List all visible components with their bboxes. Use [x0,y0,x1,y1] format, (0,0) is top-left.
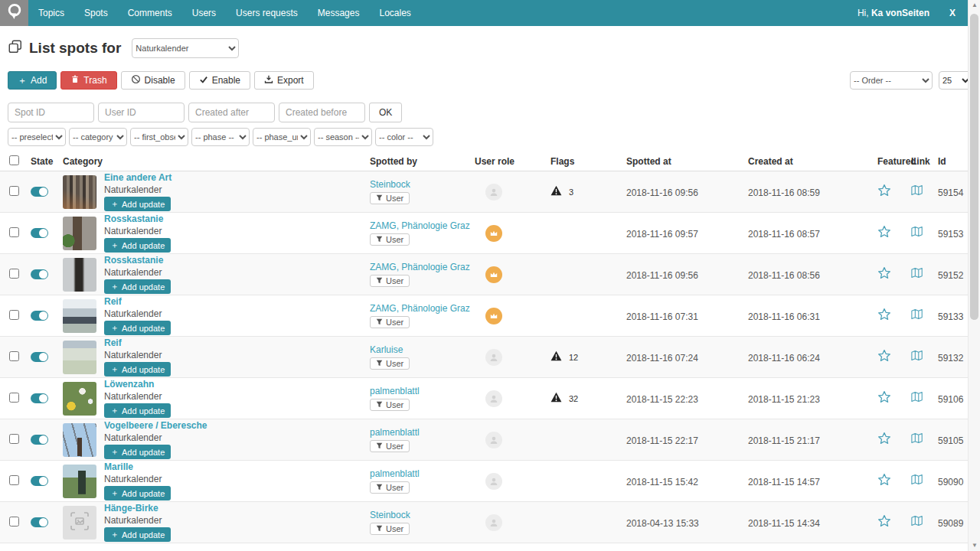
spotted-by-link[interactable]: ZAMG, Phänologie Graz [370,220,470,231]
state-toggle[interactable] [31,311,48,321]
user-filter-button[interactable]: User [370,481,410,494]
select-all-checkbox[interactable] [9,155,19,165]
add-update-button[interactable]: ＋ Add update [104,362,171,377]
category-link[interactable]: Rosskastanie [104,255,163,266]
spotted-by-link[interactable]: palmenblattl [370,468,420,479]
user-filter-button[interactable]: User [370,275,410,287]
state-toggle[interactable] [31,517,48,527]
add-update-button[interactable]: ＋ Add update [104,403,171,418]
spot-thumbnail[interactable] [63,217,96,250]
featured-star-icon[interactable] [877,514,891,528]
row-checkbox[interactable] [9,517,19,527]
scrollbar-thumb[interactable] [970,14,978,320]
season-filter[interactable]: -- season -- [314,128,372,146]
category-filter[interactable]: -- category -- [69,128,127,146]
first-observ-filter[interactable]: -- first_observ [130,128,188,146]
spotted-by-link[interactable]: palmenblattl [370,427,420,438]
featured-star-icon[interactable] [877,308,891,321]
nav-item-spots[interactable]: Spots [74,0,118,26]
add-update-button[interactable]: ＋ Add update [104,238,171,253]
spotted-by-link[interactable]: ZAMG, Phänologie Graz [370,303,470,314]
map-link-icon[interactable] [911,308,923,320]
user-filter-button[interactable]: User [370,440,410,452]
map-link-icon[interactable] [911,350,923,361]
add-button[interactable]: ＋ Add [8,71,57,90]
map-link-icon[interactable] [911,226,923,237]
spotted-by-link[interactable]: Karluise [370,344,403,355]
featured-star-icon[interactable] [877,225,891,239]
add-update-button[interactable]: ＋ Add update [104,445,171,459]
nav-item-locales[interactable]: Locales [369,0,420,26]
row-checkbox[interactable] [9,310,19,320]
ok-button[interactable]: OK [369,103,402,122]
featured-star-icon[interactable] [877,266,891,280]
user-filter-button[interactable]: User [370,357,410,370]
nav-item-users-requests[interactable]: Users requests [226,0,308,26]
row-checkbox[interactable] [9,434,19,444]
user-id-input[interactable] [98,103,185,122]
spot-thumbnail[interactable] [63,299,96,333]
map-link-icon[interactable] [911,432,923,444]
created-before-input[interactable] [279,103,365,122]
category-link[interactable]: Löwenzahn [104,379,154,390]
featured-star-icon[interactable] [877,184,891,197]
add-update-button[interactable]: ＋ Add update [104,527,171,542]
featured-star-icon[interactable] [877,349,891,363]
spot-thumbnail[interactable] [63,258,96,292]
user-filter-button[interactable]: User [370,399,410,411]
row-checkbox[interactable] [9,475,19,485]
row-checkbox[interactable] [9,186,19,196]
row-checkbox[interactable] [9,227,19,237]
category-link[interactable]: Reif [104,337,122,348]
user-filter-button[interactable]: User [370,523,410,535]
spotted-by-link[interactable]: Steinbock [370,179,410,190]
spot-thumbnail[interactable] [63,341,96,374]
row-checkbox[interactable] [9,269,19,279]
category-link[interactable]: Hänge-Birke [104,503,158,514]
category-link[interactable]: Marille [104,461,133,472]
user-filter-button[interactable]: User [370,316,410,328]
phase-filter[interactable]: -- phase -- [191,128,250,146]
state-toggle[interactable] [31,476,48,486]
map-link-icon[interactable] [911,267,923,279]
state-toggle[interactable] [31,435,48,445]
spot-thumbnail[interactable] [63,465,96,498]
map-link-icon[interactable] [911,515,923,527]
spot-thumbnail[interactable] [63,175,96,209]
created-after-input[interactable] [188,103,275,122]
featured-star-icon[interactable] [877,432,891,445]
row-checkbox[interactable] [9,351,19,361]
order-select[interactable]: -- Order -- [850,71,933,90]
spot-thumbnail[interactable] [63,382,96,416]
trash-button[interactable]: Trash [60,71,116,90]
state-toggle[interactable] [31,228,48,238]
state-toggle[interactable] [31,269,48,279]
spot-id-input[interactable] [8,103,94,122]
phase-unce-filter[interactable]: -- phase_unce [253,128,311,146]
export-button[interactable]: Export [254,71,314,90]
scroll-up-arrow[interactable]: ▲ [969,0,980,11]
scrollbar[interactable]: ▲ ▼ [968,0,980,551]
brand-logo[interactable] [0,0,28,26]
spotted-by-link[interactable]: palmenblattl [370,386,420,396]
category-link[interactable]: Rosskastanie [104,214,163,224]
state-toggle[interactable] [31,352,48,362]
disable-button[interactable]: Disable [121,71,185,90]
row-checkbox[interactable] [9,393,19,403]
user-filter-button[interactable]: User [370,233,410,246]
featured-star-icon[interactable] [877,473,891,487]
featured-star-icon[interactable] [877,390,891,404]
add-update-button[interactable]: ＋ Add update [104,486,171,500]
spot-thumbnail[interactable] [63,506,96,540]
color-filter[interactable]: -- color -- [375,128,433,146]
category-link[interactable]: Reif [104,296,122,307]
preselect-filter[interactable]: -- preselect -- [8,128,66,146]
add-update-button[interactable]: ＋ Add update [104,197,171,211]
nav-item-topics[interactable]: Topics [28,0,74,26]
scroll-down-arrow[interactable]: ▼ [969,540,980,551]
spotted-by-link[interactable]: Steinbock [370,510,410,520]
add-update-button[interactable]: ＋ Add update [104,321,171,335]
nav-item-comments[interactable]: Comments [118,0,182,26]
map-link-icon[interactable] [911,474,923,485]
map-link-icon[interactable] [911,184,923,196]
